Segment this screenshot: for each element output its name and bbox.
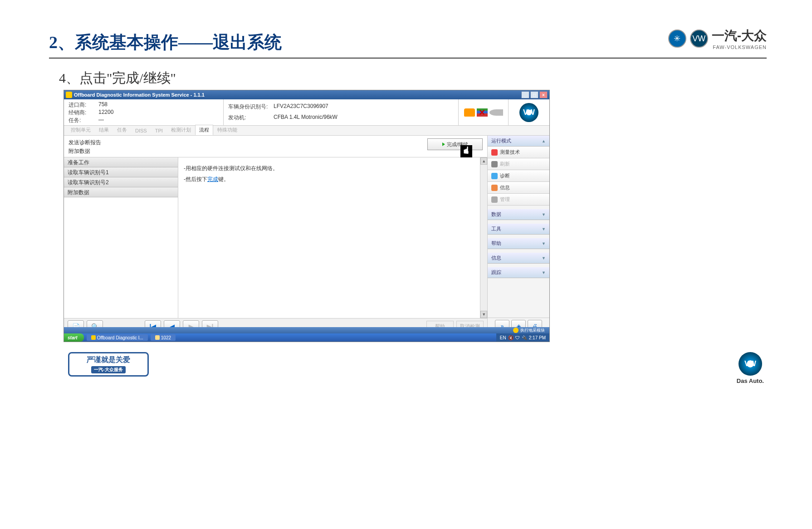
car-icon [464,108,475,117]
system-tray[interactable]: EN 🔇 🛡 🔌 2:17 PM [496,333,549,342]
brand-sub: FAW-VOLKSWAGEN [712,44,767,50]
engine-label: 发动机: [228,114,274,122]
side-item-label: 测量技术 [500,149,520,156]
vw-logo-icon: VW [739,352,762,376]
tray-lang: EN [500,335,506,340]
content-row: 准备工作读取车辆识别号1读取车辆识别号2附加数据 -用相应的硬件连接测试仪和在线… [64,157,487,318]
section-label: 工具 [491,225,501,232]
step-item[interactable]: 读取车辆识别号1 [64,167,178,177]
close-button[interactable]: × [539,91,548,98]
windows-taskbar: start Offboard Diagnostic I... 1022 EN 🔇… [64,333,549,342]
section-label: 跟踪 [491,269,501,276]
window-titlebar[interactable]: Offboard Diagnostic Information System S… [64,90,549,99]
taskbar-item-label: 1022 [161,335,171,340]
body-area: 发送诊断报告 附加数据 完成/继续 准备工作读取车辆识别号1读取车辆识别号2附加… [64,136,549,334]
side-item-icon [491,173,498,179]
tab-3[interactable]: DISS [131,126,151,135]
window-title: Offboard Diagnostic Information System S… [74,92,521,98]
side-item-label: 信息 [500,184,510,191]
chevron-down-icon: ▼ [542,270,546,275]
report-title-1: 发送诊断报告 [68,138,101,147]
side-section-header[interactable]: 帮助▼ [488,238,549,249]
side-item-icon [491,196,498,203]
das-auto-text: Das Auto. [737,377,764,384]
key-icon [489,109,503,116]
section-label: 帮助 [491,240,501,247]
chevron-down-icon: ▼ [542,227,546,231]
task-value: — [98,117,104,124]
side-item-label: 诊断 [500,172,510,179]
tab-2[interactable]: 任务 [113,125,131,135]
tray-icon: 🔇 [508,335,514,340]
side-item[interactable]: 诊断 [488,170,549,182]
side-section-header[interactable]: 工具▼ [488,224,549,235]
tab-6[interactable]: 流程 [195,125,213,135]
slide-instruction: 4、点击"完成/继续" [59,69,176,88]
side-section-header[interactable]: 数据▼ [488,209,549,220]
badge-sub: 一汽-大众服务 [91,366,125,373]
complete-continue-button[interactable]: 完成/继续 [427,138,483,150]
side-item[interactable]: 测量技术 [488,147,549,158]
app-icon [66,92,72,98]
task-label: 任务: [68,117,98,124]
tab-5[interactable]: 检测计划 [167,125,195,135]
start-button[interactable]: start [64,333,84,342]
taskbar-item-folder[interactable]: 1022 [151,334,176,341]
instruction-line-2: -然后按下完成键。 [184,174,482,185]
vehicle-info-strip: 进口商:758 经销商:12200 任务:— 车辆身份识别号:LFV2A23C7… [64,99,549,126]
vw-logo-box: VW [509,99,549,125]
status-warning-icon [513,328,519,333]
step-item[interactable]: 准备工作 [64,157,178,167]
side-item-label: 刷新 [500,161,510,167]
tray-icon: 🔌 [522,335,527,340]
report-titles: 发送诊断报告 附加数据 [68,138,101,156]
instruction-panel: -用相应的硬件连接测试仪和在线网络。 -然后按下完成键。 ▲ ▼ [178,157,487,318]
complete-link[interactable]: 完成 [207,176,218,182]
tray-time: 2:17 PM [529,335,546,340]
brand-logo-area: ✳ VW 一汽-大众 FAW-VOLKSWAGEN [668,27,767,50]
dealer-info-box: 进口商:758 经销商:12200 任务:— [64,99,224,125]
side-item-icon [491,161,498,167]
connection-error-icon [477,108,488,117]
scroll-down-icon[interactable]: ▼ [480,311,487,318]
side-panel: 运行模式 ▲ 测量技术刷新诊断信息管理 数据▼工具▼帮助▼信息▼跟踪▼ » ◈ … [488,136,549,334]
status-bar: 执行地采模块 [64,327,549,333]
start-label: start [68,335,78,340]
importer-value: 758 [98,101,108,109]
tab-0[interactable]: 控制单元 [67,125,95,135]
status-icons-box [459,99,509,125]
chevron-up-icon: ▲ [542,139,546,143]
side-section-header[interactable]: 信息▼ [488,253,549,264]
play-icon [442,142,445,146]
dealer-label: 经销商: [68,109,98,117]
app-icon [91,335,96,340]
side-section-header[interactable]: 跟踪▼ [488,267,549,278]
minimize-button[interactable]: _ [521,91,529,98]
step-item[interactable]: 附加数据 [64,187,178,197]
vehicle-info-box: 车辆身份识别号:LFV2A23C7C3096907 发动机:CFBA 1.4L … [224,99,459,125]
maximize-button[interactable]: □ [530,91,538,98]
step-list: 准备工作读取车辆识别号1读取车辆识别号2附加数据 [64,157,178,318]
side-item[interactable]: 信息 [488,182,549,194]
side-item-icon [491,149,498,156]
taskbar-item-odis[interactable]: Offboard Diagnostic I... [87,334,148,341]
importer-label: 进口商: [68,101,98,109]
tab-7[interactable]: 特殊功能 [213,125,241,135]
side-item: 刷新 [488,158,549,170]
scrollbar[interactable]: ▲ ▼ [480,157,487,318]
tab-1[interactable]: 结果 [95,125,113,135]
vw-logo-icon: VW [690,29,708,48]
vin-label: 车辆身份识别号: [228,103,274,111]
dealer-value: 12200 [98,109,113,117]
app-window: Offboard Diagnostic Information System S… [64,90,550,342]
scroll-up-icon[interactable]: ▲ [480,157,487,165]
step-item[interactable]: 读取车辆识别号2 [64,177,178,187]
engine-value: CFBA 1.4L Motronic/96kW [274,114,338,122]
tab-4[interactable]: TPI [151,126,167,135]
section-label: 信息 [491,255,501,261]
footer-vw-logo: VW Das Auto. [737,352,764,384]
side-mode-header[interactable]: 运行模式 ▲ [488,136,549,147]
service-badge: 严谨就是关爱 一汽-大众服务 [68,352,149,374]
brand-name: 一汽-大众 [712,27,767,44]
chevron-down-icon: ▼ [542,212,546,217]
